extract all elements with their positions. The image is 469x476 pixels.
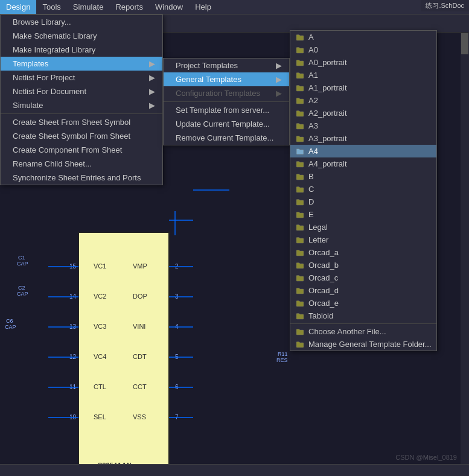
statusbar xyxy=(0,464,469,476)
template-label: Choose Another File... xyxy=(308,327,386,336)
template-item-a4_portrait[interactable]: A4_portrait xyxy=(290,157,436,170)
template-item-c[interactable]: C xyxy=(290,183,436,195)
svg-rect-54 xyxy=(461,33,469,476)
menu-make-integrated-library[interactable]: Make Integrated Library xyxy=(1,43,162,57)
submenu-update-template[interactable]: Update Current Template... xyxy=(164,117,289,131)
submenu-project-templates[interactable]: Project Templates ▶ xyxy=(164,59,289,72)
template-item-orcad_e[interactable]: Orcad_e xyxy=(290,297,436,309)
general-templates-submenu: A A0 A0_portrait A1 A1_portrait A2 A2_po… xyxy=(290,30,437,351)
menu-create-sheet-symbol[interactable]: Create Sheet From Sheet Symbol xyxy=(1,115,162,129)
folder-icon xyxy=(295,160,305,168)
svg-text:VC4: VC4 xyxy=(94,353,106,360)
template-label: B xyxy=(308,172,314,181)
folder-icon xyxy=(295,110,305,117)
template-item-tabloid[interactable]: Tabloid xyxy=(290,309,436,322)
menu-reports[interactable]: Reports xyxy=(109,0,149,14)
svg-text:CDT: CDT xyxy=(133,353,147,360)
menu-synchronize-sheet[interactable]: Synchronize Sheet Entries and Ports xyxy=(1,171,162,185)
template-item-orcad_a[interactable]: Orcad_a xyxy=(290,246,436,259)
template-item-a3[interactable]: A3 xyxy=(290,119,436,132)
submenu-remove-template[interactable]: Remove Current Template... xyxy=(164,131,289,145)
config-templates-arrow: ▶ xyxy=(276,89,282,98)
folder-icon xyxy=(295,122,305,130)
folder-icon xyxy=(295,300,305,307)
template-item-a1_portrait[interactable]: A1_portrait xyxy=(290,81,436,94)
menu-templates[interactable]: Templates ▶ xyxy=(1,57,162,71)
menu-rename-child-sheet[interactable]: Rename Child Sheet... xyxy=(1,157,162,171)
template-item-orcad_d[interactable]: Orcad_d xyxy=(290,284,436,297)
svg-rect-1 xyxy=(78,232,169,474)
watermark: CSDN @Misel_0819 xyxy=(395,454,457,461)
template-label: C xyxy=(308,185,314,194)
svg-text:C1: C1 xyxy=(18,255,25,261)
template-label: A1 xyxy=(308,71,318,80)
svg-text:VSS: VSS xyxy=(133,413,146,420)
menu-tools[interactable]: Tools xyxy=(36,0,66,14)
menubar: Design Tools Simulate Reports Window Hel… xyxy=(0,0,469,14)
template-item-b[interactable]: B xyxy=(290,170,436,183)
menu-simulate[interactable]: Simulate xyxy=(67,0,110,14)
submenu-config-templates[interactable]: Configuration Templates ▶ xyxy=(164,86,289,100)
folder-icon xyxy=(295,135,305,142)
template-item-a[interactable]: A xyxy=(290,31,436,43)
svg-text:C2: C2 xyxy=(18,285,25,291)
menu-browse-library[interactable]: Browse Library... xyxy=(1,15,162,29)
template-label: A2 xyxy=(308,96,318,105)
svg-text:VMP: VMP xyxy=(133,262,147,270)
menu-netlist-document[interactable]: Netlist For Document ▶ xyxy=(1,84,162,98)
svg-text:R11: R11 xyxy=(278,351,288,357)
template-item-a3_portrait[interactable]: A3_portrait xyxy=(290,132,436,145)
folder-icon xyxy=(295,341,305,348)
folder-icon xyxy=(295,173,305,180)
folder-icon xyxy=(295,186,305,193)
svg-text:CCT: CCT xyxy=(133,383,147,390)
template-item-d[interactable]: D xyxy=(290,195,436,208)
menu-simulate[interactable]: Simulate ▶ xyxy=(1,98,162,112)
template-item-legal[interactable]: Legal xyxy=(290,221,436,233)
folder-icon xyxy=(295,274,305,282)
template-item-a2_portrait[interactable]: A2_portrait xyxy=(290,107,436,119)
svg-text:DOP: DOP xyxy=(133,293,147,300)
template-item-manage-general-template-folder...[interactable]: Manage General Template Folder... xyxy=(290,338,436,351)
netlist-project-arrow: ▶ xyxy=(149,73,155,82)
menu-help[interactable]: Help xyxy=(189,0,217,14)
template-label: A0 xyxy=(308,45,318,54)
template-item-a2[interactable]: A2 xyxy=(290,94,436,107)
template-label: A4_portrait xyxy=(308,159,347,168)
netlist-document-arrow: ▶ xyxy=(149,87,155,96)
templates-divider xyxy=(164,101,289,102)
template-item-choose-another-file...[interactable]: Choose Another File... xyxy=(290,325,436,338)
template-label: A1_portrait xyxy=(308,83,347,92)
template-item-a0_portrait[interactable]: A0_portrait xyxy=(290,56,436,69)
template-label: A2_portrait xyxy=(308,109,347,118)
folder-icon xyxy=(295,59,305,66)
folder-icon xyxy=(295,97,305,104)
menu-window[interactable]: Window xyxy=(149,0,189,14)
submenu-set-template-server[interactable]: Set Template from server... xyxy=(164,103,289,117)
template-item-a1[interactable]: A1 xyxy=(290,69,436,81)
template-item-a4[interactable]: A4 xyxy=(290,145,436,157)
general-templates-arrow: ▶ xyxy=(276,75,282,84)
menu-netlist-project[interactable]: Netlist For Project ▶ xyxy=(1,71,162,84)
svg-text:VC3: VC3 xyxy=(94,323,106,330)
svg-text:CAP: CAP xyxy=(17,291,28,297)
folder-icon xyxy=(295,236,305,244)
template-label: Orcad_c xyxy=(308,273,338,282)
template-item-orcad_b[interactable]: Orcad_b xyxy=(290,259,436,271)
menu-create-sheet-symbol-from-sheet[interactable]: Create Sheet Symbol From Sheet xyxy=(1,129,162,143)
template-label: D xyxy=(308,197,314,206)
template-label: Orcad_b xyxy=(308,261,339,270)
template-item-letter[interactable]: Letter xyxy=(290,233,436,246)
folder-icon xyxy=(295,46,305,54)
menu-create-component-from-sheet[interactable]: Create Component From Sheet xyxy=(1,143,162,157)
template-item-orcad_c[interactable]: Orcad_c xyxy=(290,271,436,284)
template-item-e[interactable]: E xyxy=(290,208,436,221)
templates-submenu: Project Templates ▶ General Templates ▶ … xyxy=(163,58,290,145)
menu-design[interactable]: Design xyxy=(0,0,36,14)
template-item-a0[interactable]: A0 xyxy=(290,43,436,56)
folder-icon xyxy=(295,313,305,320)
menu-make-schematic-library[interactable]: Make Schematic Library xyxy=(1,29,162,43)
submenu-general-templates[interactable]: General Templates ▶ xyxy=(164,72,289,86)
template-label: Orcad_d xyxy=(308,286,339,295)
templates-arrow: ▶ xyxy=(149,59,155,68)
